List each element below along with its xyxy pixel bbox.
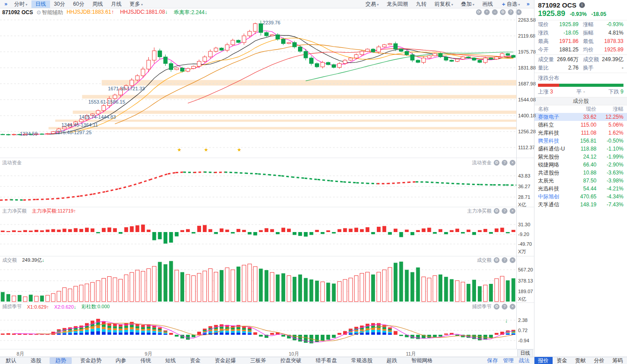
y-axis-tick: 43.83	[518, 173, 534, 178]
close-icon[interactable]: ×	[510, 160, 515, 166]
gear-icon[interactable]: ⚙	[494, 208, 499, 214]
toolbar-item-九转[interactable]: 九转	[412, 0, 430, 8]
table-row[interactable]: 共进股份10.88-3.63%	[534, 169, 627, 177]
help-icon[interactable]: ?	[502, 304, 507, 310]
panel-tab-分价[interactable]: 分价	[590, 357, 608, 364]
toolbar-item-自选[interactable]: ＋自选▾	[497, 0, 524, 8]
strategy-tab-默认[interactable]: 默认	[0, 357, 22, 364]
timeframe-tab-分时[interactable]: 分时▾	[10, 0, 31, 8]
toolbar-item-交易[interactable]: 交易▾	[361, 0, 383, 8]
strategy-tab-选股[interactable]: 选股	[25, 357, 47, 364]
quote-info-value: -0.93%	[607, 20, 623, 29]
zoom-out-icon[interactable]: −	[492, 9, 498, 15]
smart-assist-toggle[interactable]: ⊙智能辅助	[36, 9, 63, 16]
table-row[interactable]: 锐捷网络66.40-2.90%	[534, 161, 627, 169]
quote-info-row: 涨跌-18.05振幅4.81%	[534, 29, 627, 37]
y-axis-tick: 1831.88	[518, 65, 534, 70]
zoom-in-icon[interactable]: +	[484, 9, 490, 15]
svg-text:★: ★	[237, 147, 241, 152]
timeframe-tab-月线[interactable]: 月线	[107, 0, 125, 8]
strategy-tab-资金趋势[interactable]: 资金趋势	[74, 357, 107, 364]
toolbar-item-龙头回潮[interactable]: 龙头回潮	[383, 0, 412, 8]
svg-text:↑: ↑	[479, 335, 482, 341]
strategy-tab-控盘突破[interactable]: 控盘突破	[275, 357, 307, 364]
table-row[interactable]: 德科立115.005.06%	[534, 121, 627, 129]
panel-tab-报价[interactable]: 报价	[534, 357, 553, 364]
quote-info-label: 换手	[583, 64, 594, 72]
table-row[interactable]: 腾景科技156.81-0.50%	[534, 137, 627, 145]
table-row[interactable]: 光迅科技54.44-4.21%	[534, 185, 627, 193]
stock-name: 太辰光	[538, 177, 573, 185]
stock-price: 470.65	[573, 193, 596, 201]
panel-name-right: 主力净买额	[467, 208, 492, 214]
collapse-toolbar-icon[interactable]: »	[4, 1, 8, 7]
help-icon[interactable]: ?	[502, 257, 507, 263]
close-icon[interactable]: ×	[510, 304, 515, 310]
stock-name: 光库科技	[538, 129, 573, 137]
strategy-tab-资金起爆[interactable]: 资金起爆	[209, 357, 242, 364]
toolbar-item-画线[interactable]: 画线	[478, 0, 497, 8]
timeframe-tab-30分[interactable]: 30分	[50, 0, 69, 8]
quote-info-cell: 今开1881.25	[538, 46, 579, 54]
close-icon[interactable]: ×	[510, 257, 515, 263]
layout-actions: 保存管理战法	[487, 357, 530, 364]
panel-tab-筹码[interactable]: 筹码	[608, 357, 627, 364]
timeframe-tab-更多[interactable]: 更多▾	[125, 0, 147, 8]
toolbar-right-group: 交易▾龙头回潮九转前复权▾叠加▾画线＋自选▾»	[361, 0, 532, 8]
toolbar-item-叠加[interactable]: 叠加▾	[457, 0, 478, 8]
more-toolbar-icon[interactable]: »	[526, 1, 530, 7]
panel-controls-zhuli: 主力净买额⚙?×	[467, 208, 515, 214]
timeframe-tab-周线[interactable]: 周线	[88, 0, 107, 8]
gear-icon[interactable]: ⚙	[494, 160, 499, 166]
toolbar-item-label: 九转	[416, 1, 426, 7]
count-value: 9	[620, 89, 623, 95]
strategy-tab-智能网格[interactable]: 智能网格	[406, 357, 438, 364]
close-icon[interactable]: ×	[510, 208, 515, 214]
panel-chart-liudong[interactable]	[0, 159, 516, 207]
main-candlestick-chart[interactable]: ←2239.76←1234.591275.40-1297.251344.45-1…	[0, 16, 516, 156]
table-row[interactable]: 光库科技111.081.62%	[534, 129, 627, 137]
strategy-tab-短线[interactable]: 短线	[159, 357, 182, 364]
help-icon[interactable]: ?	[508, 9, 514, 15]
toolbar-item-前复权[interactable]: 前复权▾	[430, 0, 457, 8]
table-row[interactable]: 盛科通信-U118.88-1.10%	[534, 145, 627, 153]
action-保存[interactable]: 保存	[487, 357, 498, 364]
strategy-tab-常规选股[interactable]: 常规选股	[345, 357, 378, 364]
table-row[interactable]: 紫光股份24.12-1.99%	[534, 153, 627, 161]
strategy-tab-超跌[interactable]: 超跌	[381, 357, 403, 364]
gear-icon[interactable]: ⚙	[500, 9, 506, 15]
strategy-tab-猎手看盘[interactable]: 猎手看盘	[310, 357, 343, 364]
gear-icon[interactable]: ⚙	[494, 304, 499, 310]
timeframe-tab-日线[interactable]: 日线	[31, 0, 50, 8]
table-row[interactable]: 太辰光87.50-3.98%	[534, 177, 627, 185]
strategy-tab-传统[interactable]: 传统	[135, 357, 157, 364]
help-icon[interactable]: ?	[502, 208, 507, 214]
gear-icon[interactable]: ⚙	[494, 257, 499, 263]
stock-change: -2.90%	[596, 161, 623, 169]
info-icon[interactable]: i	[579, 2, 585, 8]
panel-chart-zhuli[interactable]	[0, 207, 516, 256]
refresh-icon[interactable]: ⟳	[476, 9, 482, 15]
timeframe-tab-60分[interactable]: 60分	[69, 0, 88, 8]
panel-tab-资金[interactable]: 资金	[553, 357, 571, 364]
panel-name: 捕捞季节	[2, 303, 22, 310]
table-row[interactable]: 天孚通信148.19-7.43%	[534, 201, 627, 209]
table-row[interactable]: 中际旭创470.65-4.34%	[534, 193, 627, 201]
strategy-tab-内参[interactable]: 内参	[110, 357, 132, 364]
panel-tab-贡献[interactable]: 贡献	[571, 357, 590, 364]
action-管理[interactable]: 管理	[503, 357, 514, 364]
help-icon[interactable]: ?	[502, 160, 507, 166]
count-value: -	[583, 89, 585, 95]
action-战法[interactable]: 战法	[519, 357, 530, 364]
period-label[interactable]: 日线	[517, 349, 533, 357]
panel-chart-volume[interactable]	[0, 256, 516, 302]
change-amount: -18.05	[591, 11, 606, 17]
stock-price: 148.19	[573, 201, 596, 209]
panel-name: 主力净买额	[2, 208, 27, 214]
table-row[interactable]: 赛微电子33.6212.25%	[534, 113, 627, 121]
stock-price: 66.40	[573, 161, 596, 169]
strategy-tab-趋势[interactable]: 趋势	[50, 357, 72, 364]
strategy-tab-三板斧[interactable]: 三板斧	[244, 357, 272, 364]
strategy-tab-资金[interactable]: 资金	[184, 357, 206, 364]
count-label: 上涨	[538, 89, 550, 95]
